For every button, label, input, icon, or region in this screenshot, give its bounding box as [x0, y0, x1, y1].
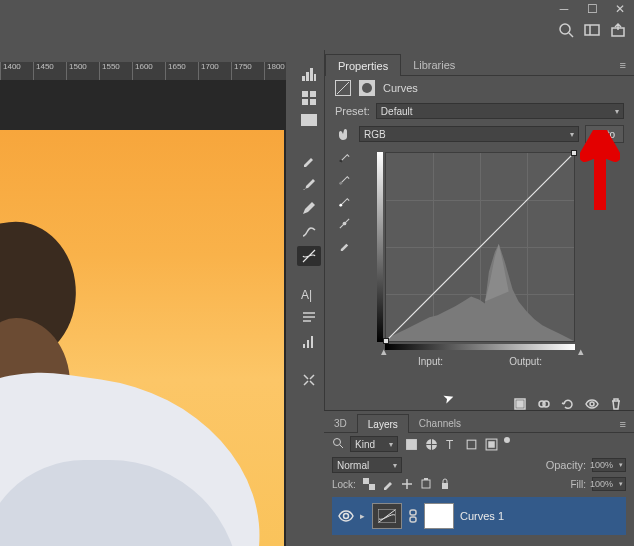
preset-select[interactable]: Default [376, 103, 624, 119]
opacity-field[interactable]: 100% [592, 458, 626, 472]
workspace-icon[interactable] [584, 22, 600, 38]
canvas-image[interactable] [0, 130, 284, 546]
svg-rect-13 [301, 114, 305, 118]
hand-sampler-icon[interactable] [335, 125, 353, 143]
svg-rect-5 [302, 76, 305, 81]
color-icon[interactable] [297, 112, 321, 132]
window-controls: ─ ☐ ✕ [550, 0, 634, 18]
layer-row-curves1[interactable]: ▸ Curves 1 [332, 497, 626, 535]
svg-rect-21 [301, 122, 305, 126]
tab-properties[interactable]: Properties [325, 54, 401, 76]
horizontal-ramp [385, 344, 575, 350]
sample-black-icon[interactable] [337, 150, 351, 164]
svg-rect-20 [313, 118, 317, 122]
close-button[interactable]: ✕ [606, 0, 634, 18]
ruler-tick: 1600 [132, 62, 165, 80]
output-label: Output: [509, 356, 542, 367]
tab-channels[interactable]: Channels [409, 414, 471, 432]
pencil-icon[interactable] [297, 198, 321, 218]
svg-point-32 [362, 83, 372, 93]
swatches-icon[interactable] [297, 88, 321, 108]
svg-rect-8 [314, 74, 316, 81]
svg-rect-55 [442, 483, 448, 489]
filter-smartobj-icon[interactable] [484, 437, 498, 451]
panel-tabbar: Properties Libraries ≡ [325, 50, 634, 76]
black-slider[interactable]: ▴ [381, 345, 387, 358]
tab-libraries[interactable]: Libraries [401, 54, 467, 75]
svg-point-36 [342, 221, 346, 225]
curves-icon[interactable] [297, 246, 321, 266]
layer-name[interactable]: Curves 1 [460, 510, 620, 522]
panel-menu-icon[interactable]: ≡ [612, 55, 634, 75]
eyedropper-icon[interactable] [297, 150, 321, 170]
layers-panel: 3D Layers Channels ≡ Kind T Normal Opaci… [324, 410, 634, 546]
svg-rect-24 [313, 122, 317, 126]
blend-mode-select[interactable]: Normal [332, 457, 402, 473]
io-labels: Input: Output: [385, 356, 575, 367]
curves-adjustment-icon [335, 80, 351, 96]
levels-icon[interactable] [297, 332, 321, 352]
link-mask-icon[interactable] [408, 509, 418, 523]
input-label: Input: [418, 356, 443, 367]
fill-field[interactable]: 100% [592, 477, 626, 491]
filter-search-icon[interactable] [332, 437, 344, 451]
svg-rect-26 [303, 344, 305, 348]
mask-icon [359, 80, 375, 96]
lock-transparency-icon[interactable] [362, 477, 376, 491]
curves-graph[interactable]: ▴ ▴ [385, 152, 580, 342]
svg-rect-17 [301, 118, 305, 122]
brush-icon[interactable] [297, 174, 321, 194]
layers-menu-icon[interactable]: ≡ [612, 416, 634, 432]
paragraph-icon[interactable] [297, 308, 321, 328]
fill-label: Fill: [570, 479, 586, 490]
layer-thumbnail-adjustment[interactable] [372, 503, 402, 529]
filter-type-icon[interactable]: T [444, 437, 458, 451]
curve-draw-tool-icon[interactable] [337, 238, 351, 252]
filter-shape-icon[interactable] [464, 437, 478, 451]
search-icon[interactable] [558, 22, 574, 38]
filter-kind-select[interactable]: Kind [350, 436, 398, 452]
lock-all-icon[interactable] [438, 477, 452, 491]
svg-line-1 [569, 33, 573, 37]
sample-gray-icon[interactable] [337, 172, 351, 186]
filter-pixel-icon[interactable] [404, 437, 418, 451]
svg-point-42 [590, 402, 594, 406]
ruler-tick: 1450 [33, 62, 66, 80]
maximize-button[interactable]: ☐ [578, 0, 606, 18]
lock-label: Lock: [332, 479, 356, 490]
minimize-button[interactable]: ─ [550, 0, 578, 18]
svg-text:T: T [446, 438, 453, 451]
tools-icon[interactable] [297, 370, 321, 390]
character-icon[interactable]: A| [297, 284, 321, 304]
curve-point-tool-icon[interactable] [337, 216, 351, 230]
auto-button[interactable]: Auto [585, 125, 624, 143]
topright-icons [558, 22, 626, 38]
svg-rect-51 [363, 478, 369, 484]
tab-3d[interactable]: 3D [324, 414, 357, 432]
svg-rect-10 [310, 91, 316, 97]
smooth-icon[interactable] [297, 222, 321, 242]
svg-rect-52 [369, 484, 375, 490]
lock-position-icon[interactable] [400, 477, 414, 491]
histogram-icon[interactable] [297, 64, 321, 84]
layer-visibility-icon[interactable] [338, 508, 354, 524]
svg-point-35 [339, 203, 342, 206]
blend-row: Normal Opacity: 100% [324, 455, 634, 475]
white-slider[interactable]: ▴ [578, 345, 584, 358]
layer-mask-thumbnail[interactable] [424, 503, 454, 529]
channel-select[interactable]: RGB [359, 126, 579, 142]
curve-point-white[interactable] [571, 150, 577, 156]
sample-white-icon[interactable] [337, 194, 351, 208]
svg-rect-45 [406, 439, 417, 450]
filter-toggle-icon[interactable] [504, 437, 510, 443]
svg-text:A|: A| [301, 288, 312, 302]
lock-pixels-icon[interactable] [381, 477, 395, 491]
filter-adjustment-icon[interactable] [424, 437, 438, 451]
svg-rect-11 [302, 99, 308, 105]
channel-row: RGB Auto [325, 122, 634, 146]
tab-layers[interactable]: Layers [357, 414, 409, 433]
ruler-tick: 1400 [0, 62, 33, 80]
svg-rect-28 [311, 336, 313, 348]
lock-artboard-icon[interactable] [419, 477, 433, 491]
share-icon[interactable] [610, 22, 626, 38]
